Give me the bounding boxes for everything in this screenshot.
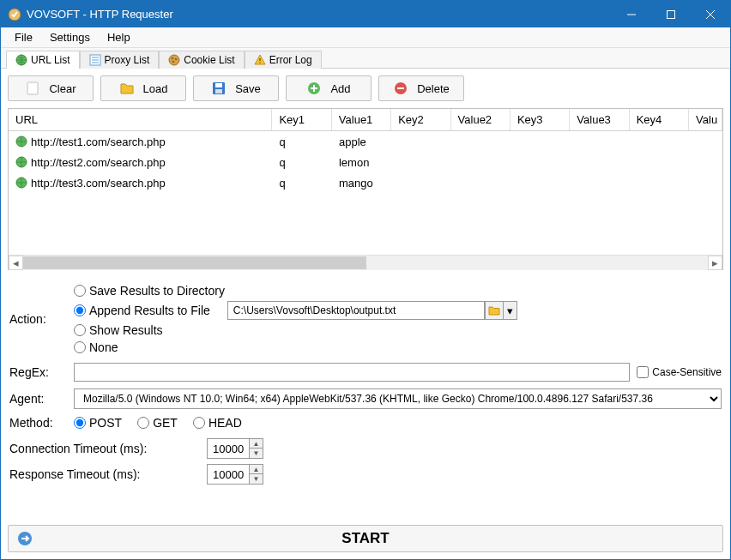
- col-key2[interactable]: Key2: [391, 109, 450, 130]
- menu-settings[interactable]: Settings: [41, 29, 99, 45]
- tab-url-list[interactable]: URL List: [6, 51, 80, 69]
- list-icon: [89, 54, 101, 66]
- case-sensitive-check[interactable]: Case-Sensitive: [637, 366, 722, 378]
- add-label: Add: [330, 82, 350, 95]
- url-table: URLKey1Value1Key2Value2Key3Value3Key4Val…: [8, 108, 723, 270]
- resp-timeout-input[interactable]: [207, 464, 250, 485]
- save-label: Save: [235, 82, 261, 95]
- delete-icon: [393, 81, 408, 96]
- method-radios: POSTGETHEAD: [74, 416, 257, 430]
- col-key1[interactable]: Key1: [272, 109, 331, 130]
- svg-rect-18: [215, 83, 222, 87]
- start-button[interactable]: START: [8, 525, 723, 552]
- globe-icon: [15, 54, 27, 66]
- table-row[interactable]: http://test3.com/search.phpqmango: [9, 172, 722, 193]
- svg-point-13: [172, 61, 174, 63]
- app-icon: [8, 8, 21, 21]
- horizontal-scrollbar[interactable]: ◂ ▸: [9, 255, 722, 269]
- col-key4[interactable]: Key4: [630, 109, 689, 130]
- add-button[interactable]: Add: [286, 75, 372, 101]
- action-option-0[interactable]: Save Results to Directory: [74, 284, 517, 298]
- browse-button[interactable]: [485, 301, 504, 320]
- tab-error-log[interactable]: Error Log: [245, 51, 322, 69]
- scroll-thumb[interactable]: [23, 256, 366, 269]
- action-option-1[interactable]: Append Results to File: [74, 304, 210, 317]
- resp-timeout-label: Response Timeout (ms):: [9, 467, 207, 481]
- load-label: Load: [143, 82, 168, 95]
- browse-dropdown[interactable]: ▾: [504, 301, 517, 320]
- menubar: File Settings Help: [1, 27, 730, 48]
- svg-rect-22: [397, 87, 404, 89]
- regex-input[interactable]: [74, 363, 630, 382]
- svg-point-15: [259, 62, 261, 63]
- delete-button[interactable]: Delete: [378, 75, 464, 101]
- svg-point-10: [169, 55, 179, 65]
- start-icon: [17, 531, 33, 546]
- toolbar: Clear Load Save Add Delete: [1, 69, 730, 108]
- load-button[interactable]: Load: [100, 75, 186, 101]
- col-value3[interactable]: Value3: [570, 109, 629, 130]
- tab-proxy-list[interactable]: Proxy List: [80, 51, 160, 69]
- clear-button[interactable]: Clear: [8, 75, 94, 101]
- blank-icon: [25, 81, 40, 96]
- close-button[interactable]: [691, 1, 730, 27]
- save-button[interactable]: Save: [193, 75, 279, 101]
- case-sensitive-checkbox[interactable]: [637, 366, 649, 378]
- method-post[interactable]: POST: [74, 416, 122, 430]
- menu-help[interactable]: Help: [99, 29, 139, 45]
- output-path-input[interactable]: [227, 301, 485, 320]
- table-header: URLKey1Value1Key2Value2Key3Value3Key4Val…: [9, 109, 722, 131]
- warning-icon: [254, 54, 266, 66]
- folder-icon: [119, 81, 135, 96]
- spin-up-icon[interactable]: ▲: [250, 464, 263, 474]
- action-radios: Save Results to DirectoryAppend Results …: [74, 284, 517, 354]
- maximize-button[interactable]: [651, 1, 691, 27]
- svg-rect-19: [215, 89, 222, 93]
- globe-icon: [15, 135, 27, 148]
- start-label: START: [341, 530, 389, 547]
- svg-point-12: [175, 58, 177, 60]
- titlebar: VOVSOFT - HTTP Requester: [1, 1, 730, 27]
- globe-icon: [15, 156, 27, 168]
- col-valu[interactable]: Valu: [689, 109, 722, 130]
- method-head[interactable]: HEAD: [193, 416, 242, 430]
- scroll-track[interactable]: [23, 256, 708, 270]
- tab-cookie-list[interactable]: Cookie List: [159, 51, 244, 69]
- spin-up-icon[interactable]: ▲: [250, 438, 263, 449]
- col-value2[interactable]: Value2: [451, 109, 510, 130]
- agent-select[interactable]: Mozilla/5.0 (Windows NT 10.0; Win64; x64…: [74, 388, 722, 409]
- col-key3[interactable]: Key3: [510, 109, 570, 130]
- resp-timeout-spinner[interactable]: ▲▼: [207, 464, 263, 485]
- minimize-button[interactable]: [612, 1, 651, 27]
- window-title: VOVSOFT - HTTP Requester: [27, 8, 612, 21]
- scroll-right-arrow[interactable]: ▸: [708, 256, 722, 270]
- scroll-left-arrow[interactable]: ◂: [9, 256, 23, 270]
- cookie-icon: [168, 54, 180, 66]
- conn-timeout-spinner[interactable]: ▲▼: [207, 438, 263, 459]
- regex-label: RegEx:: [9, 365, 74, 379]
- delete-label: Delete: [417, 82, 450, 95]
- conn-timeout-label: Connection Timeout (ms):: [9, 442, 207, 455]
- spin-down-icon[interactable]: ▼: [250, 449, 263, 459]
- table-row[interactable]: http://test1.com/search.phpqapple: [9, 131, 722, 152]
- table-body[interactable]: http://test1.com/search.phpqapplehttp://…: [9, 131, 722, 255]
- svg-rect-16: [27, 82, 38, 94]
- action-label: Action:: [9, 312, 74, 326]
- table-row[interactable]: http://test2.com/search.phpqlemon: [9, 152, 722, 172]
- clear-label: Clear: [49, 82, 76, 95]
- col-url[interactable]: URL: [9, 109, 272, 130]
- svg-point-11: [172, 57, 173, 59]
- action-option-2[interactable]: Show Results: [74, 323, 517, 337]
- method-label: Method:: [9, 416, 74, 430]
- agent-label: Agent:: [9, 392, 74, 406]
- case-sensitive-label: Case-Sensitive: [652, 366, 722, 378]
- save-icon: [211, 81, 227, 96]
- tabstrip: URL ListProxy ListCookie ListError Log: [1, 48, 730, 69]
- col-value1[interactable]: Value1: [332, 109, 391, 130]
- action-option-3[interactable]: None: [74, 340, 517, 354]
- menu-file[interactable]: File: [6, 29, 41, 45]
- conn-timeout-input[interactable]: [207, 438, 250, 459]
- method-get[interactable]: GET: [137, 416, 178, 430]
- spin-down-icon[interactable]: ▼: [250, 474, 263, 485]
- globe-icon: [15, 177, 27, 189]
